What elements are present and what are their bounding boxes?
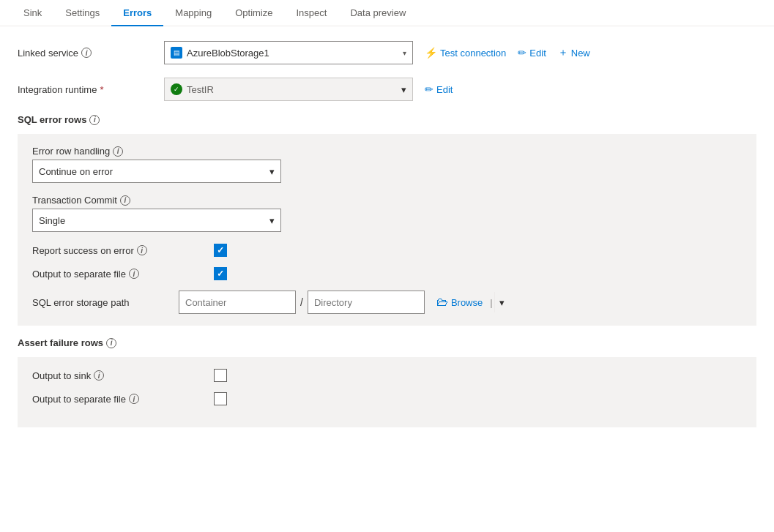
output-to-sink-row: Output to sink i — [32, 369, 742, 382]
output-separate-file-info-icon: i — [129, 269, 139, 279]
container-input[interactable] — [179, 291, 296, 314]
plus-icon: ＋ — [558, 46, 568, 59]
report-success-row: Report success on error i — [32, 244, 742, 257]
pencil-icon: ✏ — [518, 47, 526, 59]
test-connection-button[interactable]: ⚡ Test connection — [425, 47, 506, 59]
error-row-handling-group: Error row handling i Continue on error ▾ — [32, 146, 742, 183]
chevron-down-icon: ▾ — [269, 215, 275, 226]
path-separator: / — [296, 296, 308, 308]
report-success-checkbox[interactable] — [214, 244, 227, 257]
test-connection-icon: ⚡ — [425, 47, 437, 59]
report-success-label: Report success on error i — [32, 245, 208, 256]
browse-dropdown-button[interactable]: ▾ — [494, 292, 509, 312]
output-to-sink-label: Output to sink i — [32, 370, 208, 381]
error-row-handling-dropdown[interactable]: Continue on error ▾ — [32, 160, 281, 183]
assert-output-separate-file-label: Output to separate file i — [32, 394, 208, 405]
sql-error-rows-section: Error row handling i Continue on error ▾… — [18, 134, 756, 326]
output-to-sink-checkbox[interactable] — [214, 369, 227, 382]
edit-linked-service-button[interactable]: ✏ Edit — [518, 47, 546, 59]
storage-path-row: SQL error storage path / 🗁 Browse | ▾ — [32, 291, 742, 314]
error-row-handling-info-icon: i — [113, 146, 123, 157]
assert-output-separate-file-checkbox[interactable] — [214, 392, 227, 405]
folder-icon: 🗁 — [436, 296, 448, 309]
sql-output-separate-file-row: Output to separate file i — [32, 267, 742, 280]
transaction-commit-group: Transaction Commit i Single ▾ — [32, 195, 742, 232]
tab-sink[interactable]: Sink — [12, 0, 53, 26]
green-status-icon: ✓ — [171, 83, 182, 95]
assert-failure-section: Output to sink i Output to separate file… — [18, 357, 756, 427]
chevron-down-icon: ▾ — [269, 166, 275, 177]
linked-service-info-icon: i — [81, 48, 92, 58]
linked-service-label: Linked service i — [18, 48, 164, 59]
chevron-down-icon: ▾ — [499, 297, 505, 308]
linked-service-dropdown[interactable]: ▤ AzureBlobStorage1 ▾ — [164, 41, 413, 64]
chevron-down-icon: ▾ — [401, 84, 406, 95]
assert-output-separate-file-row: Output to separate file i — [32, 392, 742, 405]
tab-errors[interactable]: Errors — [111, 0, 163, 26]
linked-service-actions: ⚡ Test connection ✏ Edit ＋ New — [425, 46, 590, 59]
output-to-sink-info-icon: i — [94, 370, 104, 381]
sql-error-rows-header: SQL error rows i — [18, 114, 756, 125]
tab-data-preview[interactable]: Data preview — [338, 0, 417, 26]
tab-settings[interactable]: Settings — [53, 0, 111, 26]
storage-icon: ▤ — [171, 47, 182, 59]
main-content: Linked service i ▤ AzureBlobStorage1 ▾ ⚡… — [0, 26, 774, 454]
assert-failure-container: Assert failure rows i Output to sink i O… — [18, 337, 756, 427]
tab-inspect[interactable]: Inspect — [284, 0, 338, 26]
assert-output-info-icon: i — [129, 394, 139, 404]
tab-optimize[interactable]: Optimize — [223, 0, 284, 26]
assert-failure-header: Assert failure rows i — [18, 337, 756, 348]
linked-service-row: Linked service i ▤ AzureBlobStorage1 ▾ ⚡… — [18, 41, 756, 64]
integration-runtime-label: Integration runtime * — [18, 84, 164, 95]
transaction-commit-dropdown[interactable]: Single ▾ — [32, 209, 281, 232]
browse-button[interactable]: 🗁 Browse — [431, 296, 488, 309]
assert-failure-info-icon: i — [106, 338, 116, 348]
transaction-commit-info-icon: i — [120, 195, 130, 206]
pencil-icon: ✏ — [425, 83, 433, 95]
tab-bar: Sink Settings Errors Mapping Optimize In… — [0, 0, 774, 26]
directory-input[interactable] — [308, 291, 425, 314]
transaction-commit-label: Transaction Commit i — [32, 195, 742, 206]
integration-runtime-actions: ✏ Edit — [425, 83, 453, 95]
integration-runtime-row: Integration runtime * ✓ TestIR ▾ ✏ Edit — [18, 78, 756, 101]
sql-error-rows-info-icon: i — [89, 115, 100, 125]
integration-runtime-dropdown[interactable]: ✓ TestIR ▾ — [164, 78, 413, 101]
chevron-down-icon: ▾ — [403, 49, 406, 57]
sql-output-separate-file-label: Output to separate file i — [32, 269, 208, 280]
sql-output-separate-file-checkbox[interactable] — [214, 267, 227, 280]
error-row-handling-label: Error row handling i — [32, 146, 742, 157]
tab-mapping[interactable]: Mapping — [163, 0, 223, 26]
browse-separator: | — [490, 297, 492, 308]
report-success-info-icon: i — [137, 245, 147, 255]
new-linked-service-button[interactable]: ＋ New — [558, 46, 590, 59]
edit-integration-button[interactable]: ✏ Edit — [425, 83, 453, 95]
storage-path-label: SQL error storage path — [32, 297, 179, 308]
